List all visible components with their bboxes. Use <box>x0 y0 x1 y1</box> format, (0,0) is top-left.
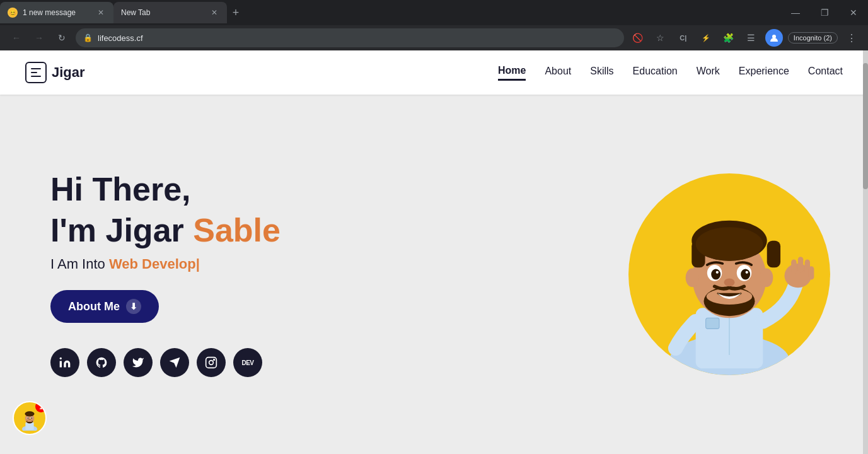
github-icon[interactable] <box>87 348 116 377</box>
tab-strip: 😊 1 new message ✕ New Tab ✕ + <box>0 2 781 23</box>
avatar-illustration <box>628 173 830 375</box>
svg-point-95 <box>746 271 748 274</box>
forward-button[interactable]: → <box>30 29 48 47</box>
navbar: Jigar Home About Skills Education Work E… <box>0 50 868 95</box>
toolbar-icons: 🚫 ☆ C| ⚡ 🧩 ☰ Incognito (2) ⋮ <box>629 29 860 47</box>
tab-2-title: New Tab <box>121 8 204 17</box>
close-button[interactable]: ✕ <box>839 0 868 25</box>
about-me-arrow-icon: ⬇ <box>126 299 141 314</box>
tab-1-close[interactable]: ✕ <box>96 8 106 18</box>
hero-greeting: Hi There, <box>50 172 628 207</box>
tab-2[interactable]: New Tab ✕ <box>113 2 227 23</box>
incognito-badge[interactable]: Incognito (2) <box>788 32 838 44</box>
svg-point-73 <box>60 358 62 359</box>
avatar-circle <box>628 173 830 375</box>
svg-point-87 <box>696 227 763 260</box>
nav-links: Home About Skills Education Work Experie… <box>498 65 843 81</box>
lock-icon: 🔒 <box>83 33 93 42</box>
c1-icon[interactable]: C| <box>674 29 692 47</box>
svg-point-92 <box>711 269 720 279</box>
nav-education[interactable]: Education <box>633 66 678 79</box>
website-content: Jigar Home About Skills Education Work E… <box>0 50 868 454</box>
tab-2-close[interactable]: ✕ <box>209 8 219 18</box>
about-me-label: About Me <box>68 300 120 313</box>
address-bar[interactable]: 🔒 lifecodess.cf <box>76 28 624 47</box>
new-tab-button[interactable]: + <box>227 4 245 21</box>
svg-rect-79 <box>706 318 719 329</box>
hero-content: Hi There, I'm Jigar Sable I Am Into Web … <box>0 172 628 377</box>
nav-home[interactable]: Home <box>498 65 526 81</box>
about-me-button[interactable]: About Me ⬇ <box>50 290 159 323</box>
reading-list-icon[interactable]: ☰ <box>743 29 760 47</box>
tab-1-title: 1 new message <box>23 8 91 17</box>
svg-point-109 <box>25 412 33 417</box>
browser-controls: ← → ↻ 🔒 lifecodess.cf 🚫 ☆ C| ⚡ 🧩 ☰ Incog… <box>0 25 868 50</box>
logo-icon <box>25 62 47 83</box>
reload-button[interactable]: ↻ <box>53 29 71 47</box>
svg-rect-101 <box>798 257 804 273</box>
instagram-icon[interactable] <box>197 348 226 377</box>
vpn-icon[interactable]: 🚫 <box>629 29 647 47</box>
hero-subtitle-prefix: I Am Into <box>50 256 109 272</box>
browser-menu-button[interactable]: ⋮ <box>843 29 860 47</box>
logo-text: Jigar <box>52 64 85 81</box>
profile-button[interactable] <box>765 29 783 47</box>
svg-point-98 <box>760 268 773 287</box>
hero-subtitle: I Am Into Web Develop| <box>50 256 628 272</box>
browser-window: 😊 1 new message ✕ New Tab ✕ + — ❐ ✕ ← → … <box>0 0 868 454</box>
telegram-icon[interactable] <box>160 348 189 377</box>
logo: Jigar <box>25 62 85 83</box>
svg-point-94 <box>716 271 719 274</box>
hero-name-prefix: I'm Jigar <box>50 212 193 248</box>
scrollbar-thumb[interactable] <box>863 63 868 189</box>
chat-avatar-circle: 1 <box>13 401 47 435</box>
nav-contact[interactable]: Contact <box>808 66 843 79</box>
hero-image-area <box>628 173 868 375</box>
linkedin-icon[interactable] <box>50 348 79 377</box>
svg-point-96 <box>724 278 734 286</box>
nav-experience[interactable]: Experience <box>739 66 789 79</box>
twitter-icon[interactable] <box>124 348 153 377</box>
svg-rect-103 <box>809 266 814 279</box>
hero-name: I'm Jigar Sable <box>50 212 628 248</box>
svg-point-115 <box>31 417 32 419</box>
hero-subtitle-highlight: Web Develop| <box>109 256 200 272</box>
c2-icon[interactable]: ⚡ <box>697 29 715 47</box>
notification-badge: 1 <box>35 401 47 412</box>
svg-rect-86 <box>767 241 780 268</box>
chat-notification[interactable]: 1 <box>13 401 47 435</box>
bookmark-icon[interactable]: ☆ <box>652 29 669 47</box>
scrollbar[interactable] <box>863 50 868 454</box>
top-bar: 😊 1 new message ✕ New Tab ✕ + — ❐ ✕ <box>0 0 868 25</box>
svg-point-114 <box>27 417 28 419</box>
extensions-icon[interactable]: 🧩 <box>720 29 738 47</box>
tab-1-favicon: 😊 <box>8 8 18 18</box>
hero-section: Hi There, I'm Jigar Sable I Am Into Web … <box>0 95 868 454</box>
maximize-button[interactable]: ❐ <box>810 0 839 25</box>
minimize-button[interactable]: — <box>781 0 810 25</box>
tab-1[interactable]: 😊 1 new message ✕ <box>0 2 113 23</box>
nav-about[interactable]: About <box>545 66 571 79</box>
svg-rect-100 <box>791 260 797 274</box>
back-button[interactable]: ← <box>8 29 25 47</box>
svg-point-97 <box>686 268 699 287</box>
svg-point-76 <box>214 359 215 361</box>
svg-point-93 <box>741 269 750 279</box>
social-icons: DEV <box>50 348 628 377</box>
svg-point-111 <box>26 420 32 422</box>
window-controls: — ❐ ✕ <box>781 0 868 25</box>
url-text: lifecodess.cf <box>98 33 616 43</box>
devto-icon[interactable]: DEV <box>233 348 262 377</box>
nav-work[interactable]: Work <box>697 66 720 79</box>
svg-point-75 <box>209 361 214 365</box>
nav-skills[interactable]: Skills <box>590 66 613 79</box>
hero-name-highlight: Sable <box>193 212 281 248</box>
svg-rect-74 <box>206 358 217 368</box>
